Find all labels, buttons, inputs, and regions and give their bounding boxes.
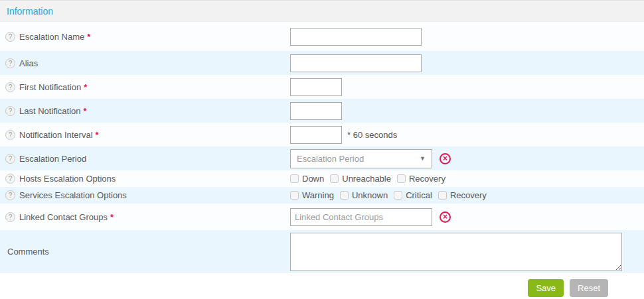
checkbox-warning[interactable]: Warning xyxy=(290,190,334,200)
escalation-form: Information ? Escalation Name * ? Alias … xyxy=(0,0,644,299)
form-row-escalation-name: ? Escalation Name * xyxy=(0,22,644,51)
checkbox-unreachable[interactable]: Unreachable xyxy=(330,174,391,184)
help-icon[interactable]: ? xyxy=(5,82,15,92)
checkbox-box[interactable] xyxy=(340,191,349,200)
field-label: Alias xyxy=(19,58,38,68)
checkbox-recovery-hosts[interactable]: Recovery xyxy=(397,174,445,184)
help-icon[interactable]: ? xyxy=(5,130,15,140)
form-row-alias: ? Alias xyxy=(0,51,644,75)
checkbox-recovery-services[interactable]: Recovery xyxy=(438,190,487,200)
notification-interval-input[interactable] xyxy=(290,126,342,144)
escalation-period-select[interactable]: Escalation Period ▼ xyxy=(290,149,432,168)
save-button[interactable]: Save xyxy=(528,279,564,297)
form-row-services-escalation-options: ? Services Escalation Options Warning Un… xyxy=(0,187,644,204)
checkbox-label: Unreachable xyxy=(342,174,391,184)
comments-textarea[interactable] xyxy=(290,233,622,271)
form-footer: Save Reset xyxy=(0,273,644,299)
form-row-last-notification: ? Last Notification * xyxy=(0,99,644,123)
help-icon[interactable]: ? xyxy=(5,32,15,42)
linked-contact-groups-input[interactable] xyxy=(290,208,432,226)
checkbox-box[interactable] xyxy=(394,191,402,200)
checkbox-box[interactable] xyxy=(397,174,406,183)
field-label-group: ? Escalation Period xyxy=(0,154,290,164)
field-label: Escalation Period xyxy=(19,154,86,164)
checkbox-down[interactable]: Down xyxy=(290,174,324,184)
clear-icon[interactable]: × xyxy=(440,153,451,164)
checkbox-critical[interactable]: Critical xyxy=(394,190,432,200)
required-marker: * xyxy=(96,130,99,140)
help-icon[interactable]: ? xyxy=(5,190,15,200)
help-icon[interactable]: ? xyxy=(5,212,15,222)
field-value-cell xyxy=(290,78,342,96)
checkbox-box[interactable] xyxy=(330,174,339,183)
select-placeholder: Escalation Period xyxy=(297,154,364,164)
last-notification-input[interactable] xyxy=(290,102,342,120)
field-label-group: ? Alias xyxy=(0,58,290,68)
form-row-hosts-escalation-options: ? Hosts Escalation Options Down Unreacha… xyxy=(0,170,644,187)
help-icon[interactable]: ? xyxy=(5,154,15,164)
escalation-name-input[interactable] xyxy=(290,28,422,46)
required-marker: * xyxy=(84,82,87,92)
field-label: Linked Contact Groups xyxy=(19,212,108,222)
field-label-group: ? Hosts Escalation Options xyxy=(0,174,290,184)
field-label: First Notification xyxy=(19,82,81,92)
form-row-linked-contact-groups: ? Linked Contact Groups * × xyxy=(0,204,644,230)
field-label: Services Escalation Options xyxy=(19,190,127,200)
section-title: Information xyxy=(7,6,53,17)
checkbox-unknown[interactable]: Unknown xyxy=(340,190,388,200)
field-label-group: ? Last Notification * xyxy=(0,106,290,116)
field-label-group: ? Linked Contact Groups * xyxy=(0,212,290,222)
help-icon[interactable]: ? xyxy=(5,174,15,184)
field-label-group: Comments xyxy=(0,247,290,257)
checkbox-label: Recovery xyxy=(450,190,487,200)
help-icon[interactable]: ? xyxy=(5,106,15,116)
required-marker: * xyxy=(110,212,114,222)
required-marker: * xyxy=(84,106,87,116)
field-label-group: ? First Notification * xyxy=(0,82,290,92)
checkbox-label: Critical xyxy=(406,190,432,200)
form-row-comments: Comments xyxy=(0,230,644,273)
field-value-cell xyxy=(290,233,622,271)
field-label: Notification Interval xyxy=(19,130,93,140)
form-row-escalation-period: ? Escalation Period Escalation Period ▼ … xyxy=(0,147,644,170)
checkbox-label: Down xyxy=(302,174,324,184)
checkbox-box[interactable] xyxy=(290,191,299,200)
section-header: Information xyxy=(0,1,644,22)
interval-unit-hint: * 60 seconds xyxy=(347,130,397,140)
field-label: Last Notification xyxy=(19,106,81,116)
form-row-first-notification: ? First Notification * xyxy=(0,75,644,99)
checkbox-label: Unknown xyxy=(352,190,388,200)
field-value-cell: * 60 seconds xyxy=(290,126,397,144)
first-notification-input[interactable] xyxy=(290,78,342,96)
field-value-cell: Down Unreachable Recovery xyxy=(290,174,451,184)
checkbox-box[interactable] xyxy=(290,174,299,183)
form-row-notification-interval: ? Notification Interval * * 60 seconds xyxy=(0,123,644,147)
checkbox-box[interactable] xyxy=(438,191,447,200)
field-label-group: ? Services Escalation Options xyxy=(0,190,290,200)
field-value-cell: Escalation Period ▼ × xyxy=(290,149,451,168)
reset-button[interactable]: Reset xyxy=(570,279,608,297)
field-label: Escalation Name xyxy=(19,32,84,42)
field-value-cell xyxy=(290,102,342,120)
alias-input[interactable] xyxy=(290,54,422,72)
field-label: Comments xyxy=(7,247,49,257)
help-icon[interactable]: ? xyxy=(5,58,15,68)
field-label-group: ? Escalation Name * xyxy=(0,32,290,42)
chevron-down-icon: ▼ xyxy=(420,155,426,162)
field-label-group: ? Notification Interval * xyxy=(0,130,290,140)
field-value-cell xyxy=(290,54,422,72)
field-value-cell: × xyxy=(290,208,451,226)
required-marker: * xyxy=(87,32,90,42)
field-value-cell xyxy=(290,28,422,46)
checkbox-label: Warning xyxy=(302,190,334,200)
field-label: Hosts Escalation Options xyxy=(19,174,116,184)
checkbox-label: Recovery xyxy=(409,174,445,184)
field-value-cell: Warning Unknown Critical Recovery xyxy=(290,190,493,200)
clear-icon[interactable]: × xyxy=(440,211,451,223)
